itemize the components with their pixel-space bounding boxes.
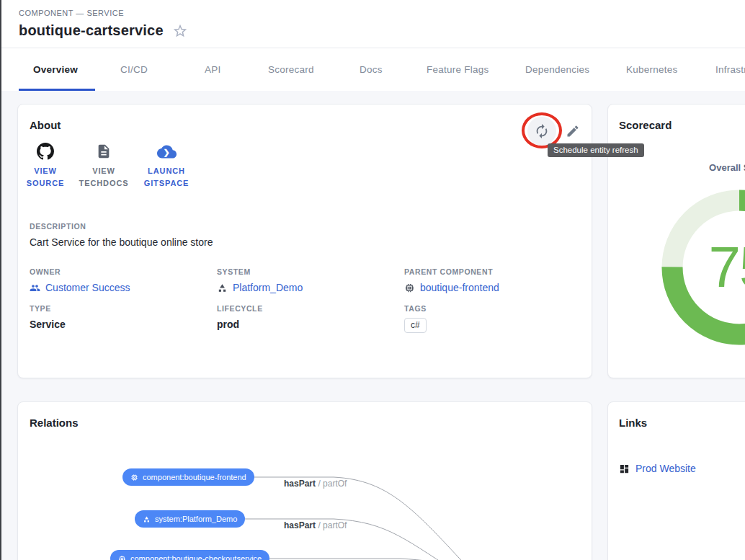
tab-api[interactable]: API — [205, 48, 221, 91]
view-source-button[interactable]: VIEW SOURCE — [18, 143, 73, 190]
edge-label: hasPart / partOf — [284, 520, 347, 530]
window-left-edge — [0, 0, 1, 560]
launch-gitspace-label: LAUNCH GITSPACE — [141, 165, 192, 190]
view-techdocs-button[interactable]: VIEW TECHDOCS — [73, 143, 135, 190]
tab-bar: Overview CI/CD API Scorecard Docs Featur… — [1, 48, 745, 91]
type-value: Service — [30, 319, 66, 330]
favorite-star-icon[interactable] — [172, 23, 188, 39]
view-source-label: VIEW SOURCE — [20, 165, 71, 190]
github-icon — [37, 143, 54, 160]
tab-kubernetes[interactable]: Kubernetes — [626, 48, 678, 91]
document-icon — [96, 143, 112, 159]
page-title: boutique-cartservice — [19, 22, 164, 39]
description-label: DESCRIPTION — [30, 222, 213, 231]
field-type: TYPE Service — [30, 304, 66, 330]
dashboard-icon — [619, 463, 630, 474]
links-card-title: Links — [619, 417, 647, 429]
group-icon — [30, 283, 40, 293]
field-system: SYSTEM Platform_Demo — [217, 267, 303, 293]
links-card: Links Prod Website — [607, 401, 745, 560]
score-gauge: 75 — [660, 188, 745, 347]
tag-chip[interactable]: c# — [404, 318, 427, 333]
component-icon — [404, 283, 415, 293]
component-icon — [130, 474, 138, 481]
entity-header: COMPONENT — SERVICE boutique-cartservice — [1, 0, 745, 48]
refresh-entity-button[interactable] — [527, 117, 556, 146]
score-value: 75 — [660, 188, 745, 347]
breadcrumb: COMPONENT — SERVICE — [19, 9, 124, 17]
node-boutique-checkoutservice[interactable]: component:boutique-checkoutservice — [110, 550, 269, 560]
tab-feature-flags[interactable]: Feature Flags — [427, 48, 489, 91]
system-link[interactable]: Platform_Demo — [217, 282, 303, 293]
refresh-icon — [534, 123, 550, 139]
prod-website-link[interactable]: Prod Website — [619, 463, 696, 474]
pencil-icon — [566, 124, 580, 138]
gitspace-caret-glyph: ❯ — [163, 148, 169, 156]
tab-dependencies[interactable]: Dependencies — [525, 48, 589, 91]
about-card-title: About — [30, 119, 61, 131]
node-boutique-frontend[interactable]: component:boutique-frontend — [122, 468, 254, 486]
tab-infrastructure[interactable]: Infrastructure — [715, 48, 745, 91]
tab-cicd[interactable]: CI/CD — [120, 48, 148, 91]
entity-page: COMPONENT — SERVICE boutique-cartservice… — [0, 0, 745, 560]
tab-docs[interactable]: Docs — [360, 48, 383, 91]
field-parent-component: PARENT COMPONENT boutique-frontend — [404, 267, 499, 293]
relations-card: Relations component:boutique-frontend sy… — [17, 401, 592, 560]
scorecard-card-title: Scorecard — [619, 119, 672, 131]
launch-gitspace-button[interactable]: ❯ LAUNCH GITSPACE — [135, 143, 198, 190]
field-lifecycle: LIFECYCLE prod — [217, 304, 263, 330]
tooltip-schedule-entity-refresh: Schedule entity refresh — [548, 143, 644, 157]
edit-entity-button[interactable] — [558, 117, 587, 146]
tab-overview[interactable]: Overview — [33, 48, 78, 91]
field-tags: TAGS c# — [404, 304, 427, 333]
node-platform-demo[interactable]: system:Platform_Demo — [135, 510, 245, 528]
overall-score-label: Overall Score — [689, 162, 745, 173]
system-icon — [143, 515, 151, 523]
description-value: Cart Service for the boutique online sto… — [30, 236, 213, 248]
about-quick-actions: VIEW SOURCE VIEW TECHDOCS ❯ LAUNCH GITSP… — [18, 143, 198, 190]
view-techdocs-label: VIEW TECHDOCS — [79, 165, 129, 190]
edge-label: hasPart / partOf — [284, 479, 347, 489]
parent-component-link[interactable]: boutique-frontend — [404, 282, 499, 293]
tab-scorecard[interactable]: Scorecard — [268, 48, 314, 91]
component-icon — [118, 555, 126, 560]
relations-graph: component:boutique-frontend system:Platf… — [18, 402, 593, 560]
about-card: About VIEW SOURCE VIEW TECHDOCS ❯ LAUN — [17, 104, 592, 378]
description-block: DESCRIPTION Cart Service for the boutiqu… — [30, 222, 213, 248]
owner-link[interactable]: Customer Success — [30, 282, 130, 293]
lifecycle-value: prod — [217, 319, 263, 330]
system-icon — [217, 283, 228, 293]
field-owner: OWNER Customer Success — [30, 267, 130, 293]
